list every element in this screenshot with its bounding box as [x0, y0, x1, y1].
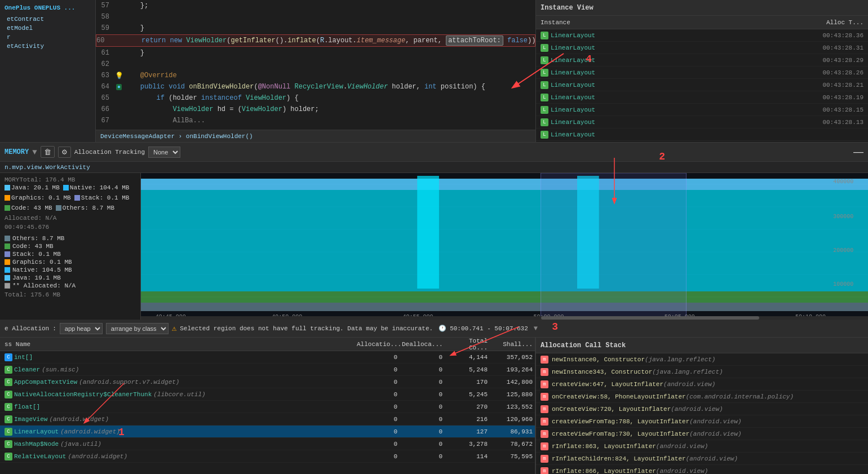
mem-java-stat: Java: 20.1 MB: [5, 184, 60, 191]
table-row[interactable]: C NativeAllocationRegistry$CleanerThunk …: [0, 388, 535, 401]
td-alloc: 0: [355, 428, 400, 435]
line-content: ViewHolder hd = (ViewHolder) holder;: [124, 105, 319, 113]
legend-native-label: Native: 104.5 MB: [12, 267, 72, 273]
table-row[interactable]: C HashMap$Node (java.util) 0 0 3,278 78,…: [0, 438, 535, 450]
instance-row[interactable]: L LinearLayout 00:43:28.36: [536, 29, 868, 42]
sidebar-item-r[interactable]: r: [0, 33, 95, 42]
cs-pkg: (java.lang.reflect): [652, 369, 723, 375]
instance-row[interactable]: L LinearLayout 00:43:28.31: [536, 42, 868, 54]
chart-scrollbar-thumb[interactable]: [541, 316, 759, 320]
td-shallow: 120,960: [490, 416, 535, 423]
legend-java: Java: 19.1 MB: [5, 274, 136, 281]
sidebar-item-etcontract[interactable]: etContract: [0, 15, 95, 24]
mem-stats-row1: MORYTotal: 176.4 MB: [5, 176, 136, 183]
class-name: float[]: [14, 404, 40, 410]
sidebar-item-etactivity[interactable]: etActivity: [0, 42, 95, 51]
cs-pkg: (java.lang.reflect): [645, 356, 715, 363]
cs-fn: rInflate:863, LayoutInflater: [552, 443, 656, 450]
instance-time: 00:43:28.36: [806, 32, 868, 39]
line-content: AllBa...: [124, 117, 205, 125]
left-sidebar: OnePlus ONEPLUS ... etContract etModel r…: [0, 0, 96, 142]
instance-row[interactable]: L LinearLayout 00:43:28.13: [536, 116, 868, 129]
td-dealloc: 0: [400, 453, 445, 460]
cs-method-icon: m: [541, 418, 548, 426]
line-number: 67: [96, 117, 114, 125]
call-stack-row[interactable]: m createViewFromTag:788, LayoutInflater …: [536, 415, 868, 428]
app-heap-select[interactable]: app heap: [60, 323, 103, 334]
call-stack-row[interactable]: m newInstance0, Constructor (java.lang.r…: [536, 353, 868, 366]
td-total: 170: [445, 379, 490, 386]
cs-fn: newInstance0, Constructor: [552, 356, 645, 363]
td-class-imageview: C ImageView (android.widget): [0, 415, 355, 423]
instance-view: Instance View Instance Alloc T... L Line…: [535, 0, 868, 142]
call-stack-row[interactable]: m onCreateView:58, PhoneLayoutInflater (…: [536, 391, 868, 403]
chart-scrollbar[interactable]: [141, 316, 868, 320]
cs-method-icon: m: [541, 467, 548, 475]
instance-view-cols: Instance Alloc T...: [536, 16, 868, 29]
table-row-selected[interactable]: C LinearLayout (android.widget) 0 0 127 …: [0, 426, 535, 438]
dropdown-arrow: ▼: [32, 148, 37, 157]
instance-row[interactable]: L LinearLayout: [536, 129, 868, 141]
td-class-hashmap: C HashMap$Node (java.util): [0, 440, 355, 448]
instance-name: LinearLayout: [551, 119, 595, 126]
mem-others-stat: Others: 8.7 MB: [56, 205, 114, 211]
call-stack-row[interactable]: m rInflateChildren:824, LayoutInflater (…: [536, 453, 868, 465]
td-alloc: 0: [355, 354, 400, 361]
instance-row[interactable]: L LinearLayout 00:43:28.21: [536, 79, 868, 91]
arrange-by-select[interactable]: arrange by class: [106, 323, 169, 334]
legend-native-color: [5, 267, 10, 273]
table-row[interactable]: C float[] 0 0 270 123,552: [0, 401, 535, 413]
td-total: 3,278: [445, 441, 490, 448]
call-stack-row[interactable]: m rInflate:866, LayoutInflater (android.…: [536, 465, 868, 474]
class-name: AppCompatTextView: [14, 379, 77, 386]
th-class: ss Name: [0, 341, 355, 348]
mem-graphics-stat: Graphics: 0.1 MB: [5, 194, 71, 201]
call-stack-row[interactable]: m createView:647, LayoutInflater (androi…: [536, 378, 868, 391]
filter-icon[interactable]: ▼: [534, 325, 538, 333]
instance-row[interactable]: L LinearLayout 00:43:28.26: [536, 67, 868, 79]
legend-native: Native: 104.5 MB: [5, 267, 136, 273]
td-class-float: C float[]: [0, 403, 355, 411]
sidebar-item-etmodel[interactable]: etModel: [0, 24, 95, 33]
call-stack-row[interactable]: m rInflate:863, LayoutInflater (android.…: [536, 440, 868, 453]
class-icon: C: [5, 353, 12, 361]
table-row[interactable]: C int[] 0 0 4,144 357,052: [0, 351, 535, 364]
col-instance: Instance: [536, 19, 806, 26]
table-row[interactable]: C Cleaner (sun.misc) 0 0 5,248 193,264: [0, 364, 535, 376]
td-shallow: 75,595: [490, 453, 535, 460]
others-label: Others: 8.7 MB: [63, 205, 114, 211]
app-tab[interactable]: OnePlus ONEPLUS ...: [0, 3, 95, 12]
call-stack-row[interactable]: m createViewFromTag:730, LayoutInflater …: [536, 428, 868, 440]
mem-native-stat: Native: 104.4 MB: [63, 184, 130, 191]
allocation-tracking-select[interactable]: None: [148, 147, 180, 158]
call-stack-list: m newInstance0, Constructor (java.lang.r…: [536, 353, 868, 474]
line-number: 58: [96, 13, 114, 21]
td-total: 127: [445, 428, 490, 435]
cs-method-icon: m: [541, 442, 548, 450]
table-row[interactable]: C AppCompatTextView (android.support.v7.…: [0, 376, 535, 388]
call-stack-row[interactable]: m onCreateView:720, LayoutInflater (andr…: [536, 403, 868, 415]
settings-button[interactable]: ⚙: [58, 147, 71, 158]
legend-graphics-label: Graphics: 0.1 MB: [12, 259, 72, 265]
stack-color: [74, 195, 80, 201]
minimize-button[interactable]: —: [853, 146, 863, 158]
code-line-61: 61 }: [96, 47, 535, 59]
line-content: };: [124, 2, 148, 10]
cs-pkg: (android.view): [686, 455, 738, 462]
cs-method-icon: m: [541, 430, 548, 438]
td-dealloc: 0: [400, 366, 445, 373]
table-row[interactable]: C ImageView (android.widget) 0 0 216 120…: [0, 413, 535, 426]
delete-button[interactable]: 🗑: [41, 146, 55, 158]
legend-java-label: Java: 19.1 MB: [12, 274, 61, 281]
cs-fn: rInflate:866, LayoutInflater: [552, 468, 656, 475]
class-pkg: (android.widget): [60, 428, 120, 435]
svg-text:100000: 100000: [833, 281, 853, 287]
cs-method-icon: m: [541, 455, 548, 463]
class-pkg: (java.util): [60, 441, 101, 448]
td-total: 114: [445, 453, 490, 460]
instance-row[interactable]: L LinearLayout 00:43:28.19: [536, 91, 868, 104]
table-row[interactable]: C RelativeLayout (android.widget) 0 0 11…: [0, 450, 535, 463]
call-stack-row[interactable]: m newInstance343, Constructor (java.lang…: [536, 366, 868, 378]
instance-row[interactable]: L LinearLayout 00:43:28.15: [536, 104, 868, 116]
instance-time: 00:43:28.19: [806, 94, 868, 101]
